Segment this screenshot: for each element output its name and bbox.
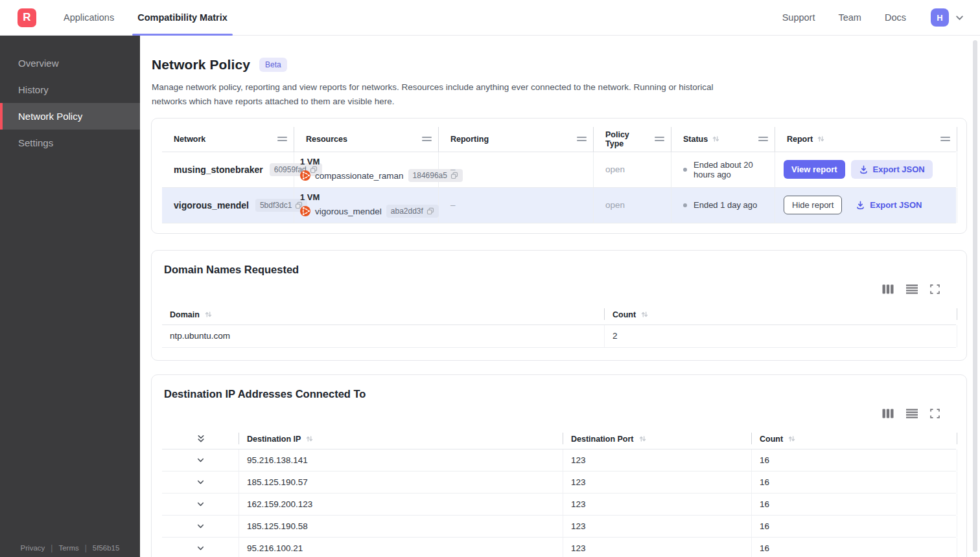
tab-compatibility-matrix[interactable]: Compatibility Matrix (132, 0, 233, 36)
destination-port-cell: 123 (563, 494, 752, 515)
column-resize-handle[interactable] (655, 137, 664, 141)
table-toolbar (162, 408, 956, 419)
domains-table: Domain Count ntp.ubuntu.com 2 (162, 305, 956, 348)
chevron-down-icon[interactable] (955, 13, 964, 23)
column-resize-handle[interactable] (940, 137, 950, 141)
column-label: Reporting (450, 135, 489, 144)
footer-divider: | (51, 543, 52, 552)
terms-link[interactable]: Terms (58, 544, 78, 552)
expand-icon[interactable] (930, 284, 940, 294)
resource-count: 1 VM (300, 192, 320, 202)
column-header-count[interactable]: Count (752, 429, 957, 449)
count-cell: 2 (605, 325, 957, 347)
destination-row: 162.159.200.123 123 16 (162, 494, 956, 516)
export-json-button[interactable]: Export JSON (851, 160, 933, 179)
count-cell: 16 (752, 494, 957, 515)
network-row[interactable]: musing_stonebraker 60959fad 1 VM compass… (162, 152, 956, 188)
expand-row-toggle[interactable] (162, 472, 239, 493)
column-resize-handle[interactable] (577, 137, 587, 141)
sort-icon[interactable] (305, 435, 314, 443)
page-title: Network Policy (152, 57, 250, 73)
brand-logo[interactable]: R (18, 8, 36, 27)
network-row[interactable]: vigorous_mendel 5bdf3dc1 1 VM vigorous_m… (162, 188, 956, 223)
column-resize-handle[interactable] (422, 137, 432, 141)
user-avatar[interactable]: H (931, 8, 949, 27)
column-header-domain[interactable]: Domain (162, 305, 605, 324)
column-header-count[interactable]: Count (605, 305, 957, 324)
resource-count: 1 VM (300, 157, 320, 166)
column-header-status[interactable]: Status (671, 127, 775, 152)
column-resize-handle[interactable] (277, 137, 287, 141)
hide-report-button[interactable]: Hide report (784, 196, 842, 214)
expand-all-rows[interactable] (162, 429, 239, 449)
vm-id-badge: aba2dd3f (386, 205, 439, 218)
expand-row-toggle[interactable] (162, 516, 239, 537)
columns-icon[interactable] (882, 284, 894, 294)
copy-icon[interactable] (426, 207, 434, 215)
privacy-link[interactable]: Privacy (21, 544, 45, 552)
status-cell: Ended 1 day ago (671, 188, 775, 223)
expand-icon[interactable] (930, 409, 940, 418)
sidebar-item-settings[interactable]: Settings (0, 130, 140, 156)
sidebar-list: Overview History Network Policy Settings (0, 36, 140, 156)
destination-row: 95.216.100.21 123 16 (162, 538, 956, 557)
columns-icon[interactable] (882, 409, 894, 418)
sidebar-item-overview[interactable]: Overview (0, 50, 140, 76)
sidebar-item-network-policy[interactable]: Network Policy (0, 103, 140, 130)
domains-card-title: Domain Names Requested (162, 264, 956, 276)
report-cell: View report Export JSON (775, 152, 957, 187)
destination-ip-cell: 162.159.200.123 (239, 494, 563, 515)
policy-type-cell: open (594, 152, 671, 187)
sort-icon[interactable] (640, 310, 649, 319)
destination-row: 185.125.190.57 123 16 (162, 472, 956, 494)
network-id: 5bdf3dc1 (260, 201, 292, 210)
export-json-label: Export JSON (873, 165, 925, 174)
sort-icon[interactable] (638, 435, 647, 443)
column-header-resources: Resources (294, 127, 439, 152)
column-label: Status (683, 135, 708, 144)
domain-row: ntp.ubuntu.com 2 (162, 325, 956, 348)
column-label: Count (612, 310, 636, 319)
policy-type-cell: open (594, 188, 671, 223)
column-header-destination-port[interactable]: Destination Port (563, 429, 752, 449)
top-navbar: R Applications Compatibility Matrix Supp… (0, 0, 980, 36)
table-toolbar (162, 284, 956, 295)
rows-icon[interactable] (906, 409, 918, 418)
footer-divider: | (85, 543, 87, 552)
nav-link-support[interactable]: Support (782, 12, 815, 23)
export-json-label: Export JSON (870, 200, 922, 210)
nav-link-docs[interactable]: Docs (885, 12, 906, 23)
sort-icon[interactable] (817, 135, 825, 143)
build-id: 5f56b15 (93, 544, 120, 552)
tab-applications[interactable]: Applications (58, 0, 119, 36)
rows-icon[interactable] (906, 284, 918, 294)
sidebar-item-history[interactable]: History (0, 76, 140, 103)
expand-row-toggle[interactable] (162, 449, 239, 471)
column-header-destination-ip[interactable]: Destination IP (239, 429, 563, 449)
nav-right: Support Team Docs H (759, 8, 964, 27)
expand-row-toggle[interactable] (162, 538, 239, 557)
network-name-cell: musing_stonebraker 60959fad (162, 152, 294, 187)
status-dot (683, 203, 687, 207)
export-json-button[interactable]: Export JSON (848, 196, 929, 214)
reporting-cell: – (439, 152, 594, 187)
network-name-cell: vigorous_mendel 5bdf3dc1 (162, 188, 294, 223)
sidebar: Overview History Network Policy Settings… (0, 36, 140, 557)
column-header-reporting: Reporting (439, 127, 594, 152)
column-label: Report (787, 135, 813, 144)
nav-link-team[interactable]: Team (838, 12, 861, 23)
sort-icon[interactable] (712, 135, 720, 143)
page-scrollbar[interactable] (973, 40, 977, 552)
column-header-report[interactable]: Report (775, 127, 957, 152)
destination-port-cell: 123 (563, 449, 752, 471)
sort-icon[interactable] (204, 310, 213, 319)
destination-ip-cell: 185.125.190.57 (239, 472, 563, 493)
ubuntu-icon (300, 206, 310, 216)
download-icon (859, 165, 869, 174)
expand-row-toggle[interactable] (162, 494, 239, 515)
view-report-button[interactable]: View report (784, 160, 845, 179)
sort-icon[interactable] (788, 435, 796, 443)
destination-ip-cell: 185.125.190.58 (239, 516, 563, 537)
count-cell: 16 (752, 538, 957, 557)
column-resize-handle[interactable] (758, 137, 768, 141)
